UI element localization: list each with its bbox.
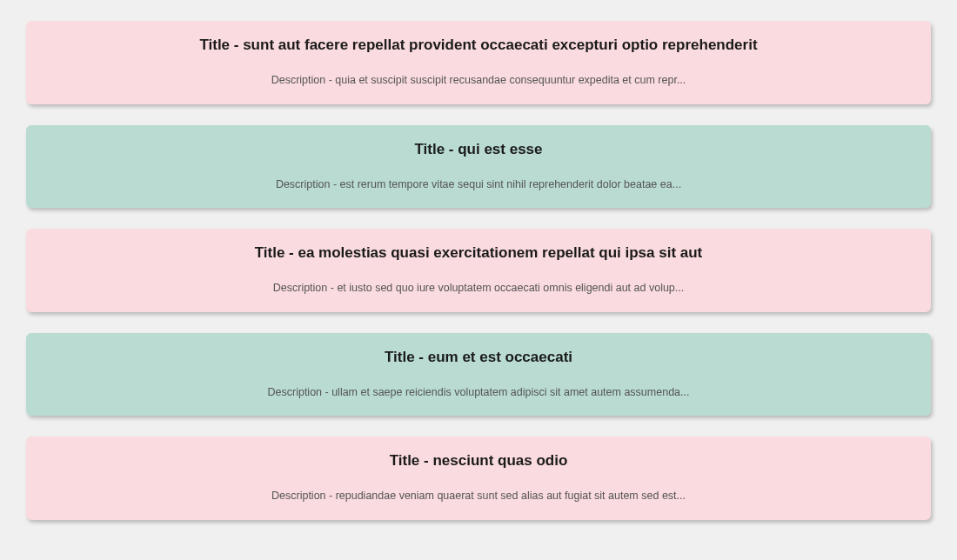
post-title: Title - ea molestias quasi exercitatione… bbox=[44, 244, 914, 262]
post-card[interactable]: Title - eum et est occaecati Description… bbox=[26, 333, 931, 417]
post-description: Description - et iusto sed quo iure volu… bbox=[44, 281, 914, 297]
post-description: Description - repudiandae veniam quaerat… bbox=[44, 489, 914, 504]
post-card[interactable]: Title - nesciunt quas odio Description -… bbox=[26, 437, 931, 520]
post-card[interactable]: Title - qui est esse Description - est r… bbox=[26, 125, 931, 209]
post-title: Title - nesciunt quas odio bbox=[44, 452, 914, 470]
post-card[interactable]: Title - ea molestias quasi exercitatione… bbox=[26, 229, 931, 312]
post-title: Title - qui est esse bbox=[44, 141, 914, 158]
post-title: Title - eum et est occaecati bbox=[44, 349, 914, 366]
post-title: Title - sunt aut facere repellat provide… bbox=[44, 37, 914, 54]
post-description: Description - ullam et saepe reiciendis … bbox=[44, 385, 914, 401]
post-card[interactable]: Title - sunt aut facere repellat provide… bbox=[26, 21, 931, 104]
post-description: Description - est rerum tempore vitae se… bbox=[44, 177, 914, 193]
post-list: Title - sunt aut facere repellat provide… bbox=[26, 21, 931, 520]
post-description: Description - quia et suscipit suscipit … bbox=[44, 73, 914, 89]
